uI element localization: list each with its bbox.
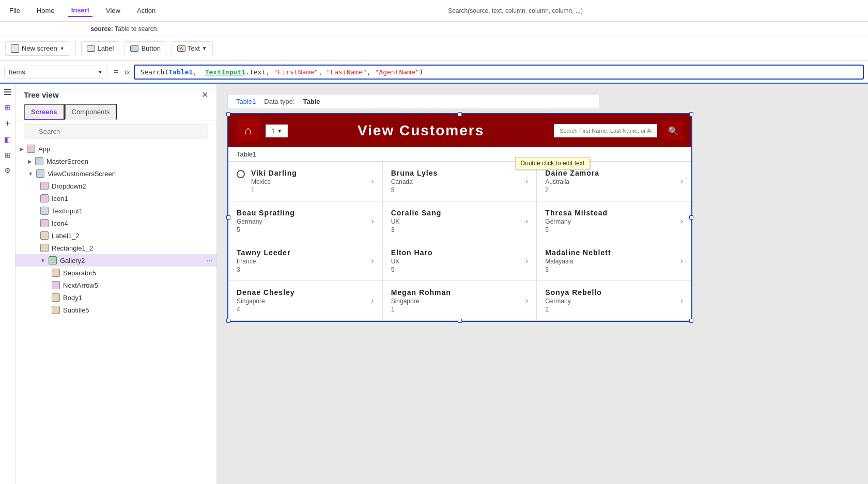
- menu-insert[interactable]: Insert: [68, 4, 92, 17]
- customer-country-11: Germany: [545, 298, 601, 305]
- tree-item-icon1[interactable]: Icon1: [16, 192, 216, 205]
- nextarrow5-icon: [52, 281, 60, 289]
- tree-item-masterscreen[interactable]: ▶ MasterScreen: [16, 155, 216, 167]
- menu-file[interactable]: File: [6, 5, 23, 17]
- preview-search-input[interactable]: [554, 124, 657, 137]
- data-type-label: Data type:: [264, 98, 295, 105]
- customer-info-3: Beau Spratling Germany 5: [237, 209, 295, 233]
- handle-ml[interactable]: [226, 215, 230, 220]
- canvas-area: Table1 Data type: Table ⌂ 1 ▼: [217, 84, 868, 484]
- customer-num-4: 3: [391, 226, 442, 233]
- handle-mr[interactable]: [689, 215, 693, 220]
- customer-cell-6[interactable]: Tawny Leeder France 3 ›: [228, 241, 383, 281]
- customer-cell-3[interactable]: Beau Spratling Germany 5 ›: [228, 201, 383, 241]
- tree-item-app[interactable]: ▶ App: [16, 143, 216, 155]
- customer-cell-5[interactable]: Thresa Milstead Germany 5 ›: [537, 201, 691, 241]
- customer-name-11: Sonya Rebello: [545, 288, 601, 296]
- separator5-label: Separator5: [63, 269, 96, 277]
- tree-tabs: Screens Components: [16, 104, 216, 120]
- handle-tm[interactable]: [458, 112, 462, 116]
- customer-country-1: Canada: [391, 178, 438, 185]
- customer-cell-11[interactable]: Sonya Rebello Germany 2 ›: [537, 281, 691, 321]
- tree-item-label1-2[interactable]: Label1_2: [16, 229, 216, 242]
- customer-cell-1[interactable]: Bruna Lyles Canada 5 ›: [383, 162, 537, 201]
- tree-search-input[interactable]: [24, 124, 208, 138]
- new-screen-icon: [11, 44, 19, 53]
- rectangle1-2-label: Rectangle1_2: [52, 244, 93, 252]
- preview-search-button[interactable]: 🔍: [663, 121, 683, 140]
- tooltip-popup: Double click to edit text: [515, 157, 590, 169]
- sidebar-icon-plus[interactable]: +: [5, 119, 10, 128]
- handle-bm[interactable]: [458, 319, 462, 323]
- handle-bl[interactable]: [226, 319, 230, 323]
- tab-components[interactable]: Components: [65, 104, 117, 120]
- items-dropdown-arrow: ▼: [98, 69, 103, 75]
- menu-action[interactable]: Action: [134, 5, 159, 17]
- tab-screens[interactable]: Screens: [24, 104, 65, 120]
- formula-str1: "FirstName": [274, 68, 318, 76]
- tree-item-body1[interactable]: Body1: [16, 291, 216, 304]
- customer-num-8: 3: [545, 266, 611, 273]
- customer-name-3: Beau Spratling: [237, 209, 295, 217]
- label-icon: [87, 45, 95, 52]
- formula-input[interactable]: Search(Table1, TextInput1.Text, "FirstNa…: [134, 65, 864, 80]
- source-label: source:: [90, 25, 113, 33]
- customer-num-6: 3: [237, 266, 290, 273]
- sidebar-icon-data[interactable]: ⊞: [5, 151, 11, 159]
- chevron-right-6: ›: [371, 256, 374, 266]
- tree-item-rectangle1-2[interactable]: Rectangle1_2: [16, 242, 216, 254]
- gallery2-ellipsis[interactable]: ···: [206, 256, 212, 264]
- tree-item-icon4[interactable]: Icon4: [16, 217, 216, 229]
- sidebar-icon-apps[interactable]: ⊞: [5, 103, 11, 112]
- table1-reference[interactable]: Table1: [236, 98, 256, 105]
- label-btn-text: Label: [98, 44, 114, 52]
- sidebar-icon-layers[interactable]: ◧: [4, 135, 11, 144]
- tree-item-viewcustomersscreen[interactable]: ▼ ViewCustomersScreen: [16, 167, 216, 180]
- text-button[interactable]: A Text ▼: [172, 41, 213, 55]
- gallery2-icon: [49, 256, 57, 264]
- customer-country-6: France: [237, 258, 290, 265]
- tree-item-gallery2[interactable]: ▼ Gallery2 ···: [16, 254, 216, 267]
- customer-cell-0[interactable]: Viki Darling Mexico 1 ›: [228, 162, 383, 201]
- menu-home[interactable]: Home: [34, 5, 58, 17]
- menu-view[interactable]: View: [103, 5, 123, 17]
- handle-br[interactable]: [689, 319, 693, 323]
- label-button[interactable]: Label: [81, 41, 120, 55]
- text-btn-text: Text: [188, 44, 200, 52]
- textinput1-label: TextInput1: [52, 207, 83, 215]
- sidebar-icon-hamburger[interactable]: [3, 88, 12, 96]
- icon1-icon: [40, 194, 49, 202]
- viewcustomers-chevron: ▼: [28, 171, 33, 177]
- preview-header: ⌂ 1 ▼ View Customers Double click to edi…: [228, 114, 691, 147]
- customer-num-1: 5: [391, 186, 438, 194]
- tree-item-nextarrow5[interactable]: NextArrow5: [16, 279, 216, 291]
- formula-str3: "AgentName": [375, 68, 419, 76]
- handle-tl[interactable]: [226, 112, 230, 116]
- tree-item-separator5[interactable]: Separator5: [16, 267, 216, 279]
- tree-item-subtitle5[interactable]: Subtitle5: [16, 304, 216, 316]
- customer-cell-8[interactable]: Madaline Neblett Malayasia 3 ›: [537, 241, 691, 281]
- customer-info-7: Elton Haro UK 5: [391, 248, 433, 273]
- new-screen-button[interactable]: New screen ▼: [5, 41, 70, 56]
- close-tree-button[interactable]: ✕: [202, 90, 208, 100]
- home-button[interactable]: ⌂: [237, 119, 259, 142]
- handle-tr[interactable]: [689, 112, 693, 116]
- subtitle5-label: Subtitle5: [63, 306, 89, 314]
- dropdown-control[interactable]: 1 ▼: [266, 124, 288, 137]
- customer-num-2: 2: [545, 186, 599, 194]
- customer-cell-7[interactable]: Elton Haro UK 5 ›: [383, 241, 537, 281]
- formula-comma1: ,: [193, 68, 205, 76]
- customer-cell-9[interactable]: Denae Chesley Singapore 4 ›: [228, 281, 383, 321]
- customer-cell-10[interactable]: Megan Rohman Singapore 1 ›: [383, 281, 537, 321]
- items-dropdown[interactable]: Items ▼: [4, 66, 107, 79]
- customer-num-9: 4: [237, 306, 295, 313]
- sidebar-icon-settings[interactable]: ⚙: [4, 166, 11, 175]
- menu-bar: File Home Insert View Action Search(sour…: [0, 0, 868, 22]
- customer-cell-4[interactable]: Coralie Sang UK 3 ›: [383, 201, 537, 241]
- customer-num-5: 5: [545, 226, 608, 233]
- customer-num-3: 5: [237, 226, 295, 233]
- button-button[interactable]: Button: [125, 41, 166, 55]
- tree-item-textinput1[interactable]: TextInput1: [16, 205, 216, 217]
- tree-item-dropdown2[interactable]: Dropdown2: [16, 180, 216, 192]
- formula-dottext: .Text: [245, 68, 266, 76]
